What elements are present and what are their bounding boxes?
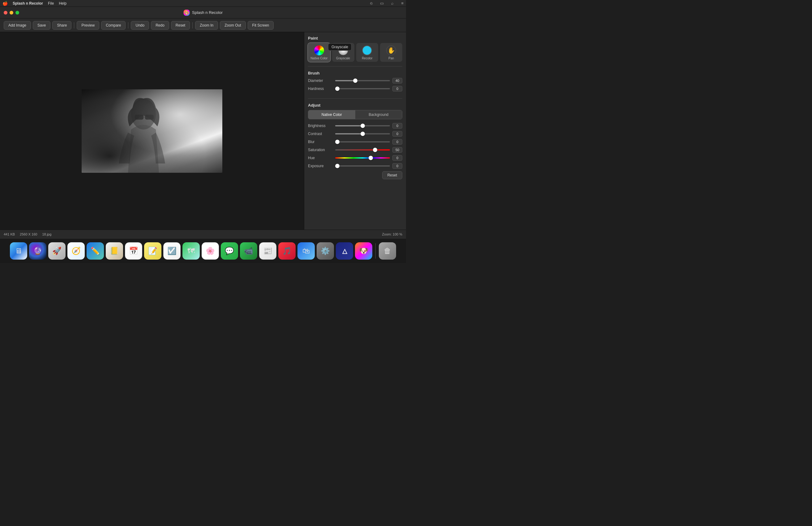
dock-altair[interactable]: △ <box>336 242 353 260</box>
exposure-slider[interactable] <box>335 165 390 167</box>
blur-thumb[interactable] <box>335 140 339 144</box>
titlebar-center: 🎨 Splash n Recolor <box>183 10 223 16</box>
cast-icon[interactable]: ⎋ <box>370 1 373 5</box>
toolbar: Add Image Save Share Preview Compare Und… <box>0 18 406 32</box>
brightness-row: Brightness 0 <box>308 123 402 129</box>
compare-button[interactable]: Compare <box>101 21 126 30</box>
photo-overlay <box>82 89 222 173</box>
menu-app-name[interactable]: Splash n Recolor <box>13 1 43 5</box>
hue-fill <box>335 157 371 159</box>
titlebar: 🎨 Splash n Recolor <box>0 7 406 18</box>
exposure-label: Exposure <box>308 164 333 168</box>
hardness-slider[interactable] <box>335 88 390 89</box>
finder-icon: 🖥 <box>15 246 22 255</box>
dock-photos[interactable]: 🌸 <box>202 242 219 260</box>
toolbar-divider-1 <box>74 22 74 28</box>
blur-slider[interactable] <box>335 141 390 142</box>
undo-button[interactable]: Undo <box>131 21 149 30</box>
window-title: Splash n Recolor <box>192 10 223 15</box>
exposure-thumb[interactable] <box>335 164 339 168</box>
reset-button[interactable]: Reset <box>171 21 190 30</box>
dock-notes[interactable]: 📝 <box>144 242 161 260</box>
adjust-reset-button[interactable]: Reset <box>382 171 402 179</box>
minimize-button[interactable] <box>10 11 13 15</box>
zoom-in-button[interactable]: Zoom In <box>195 21 218 30</box>
close-button[interactable] <box>4 11 8 15</box>
dock-reminders[interactable]: ☑️ <box>163 242 180 260</box>
hue-value: 0 <box>392 155 402 161</box>
contrast-row: Contrast 0 <box>308 131 402 137</box>
dock-messages[interactable]: 💬 <box>221 242 238 260</box>
dock-appstore[interactable]: 🛍 <box>298 242 315 260</box>
pan-tool[interactable]: ✋ Pan <box>380 43 402 62</box>
search-icon[interactable]: ⌕ <box>391 1 394 5</box>
dock-calendar[interactable]: 📅 <box>125 242 142 260</box>
saturation-fill <box>335 149 375 151</box>
add-image-button[interactable]: Add Image <box>4 21 31 30</box>
zoom-out-button[interactable]: Zoom Out <box>220 21 246 30</box>
hardness-thumb[interactable] <box>335 87 339 91</box>
save-button[interactable]: Save <box>33 21 50 30</box>
exposure-row: Exposure 0 <box>308 163 402 169</box>
dock-siri[interactable]: 🔮 <box>29 242 46 260</box>
grayscale-tooltip: Grayscale <box>328 43 351 51</box>
native-color-tool[interactable]: Native Color <box>308 43 330 62</box>
background-tab[interactable]: Background <box>355 110 402 119</box>
fit-screen-button[interactable]: Fit Screen <box>248 21 274 30</box>
svg-rect-1 <box>135 115 144 120</box>
brightness-thumb[interactable] <box>361 124 365 128</box>
dock: 🖥 🔮 🚀 🧭 ✏️ 📒 📅 📝 ☑️ 🗺 🌸 <box>0 238 406 263</box>
photos-icon: 🌸 <box>206 246 215 255</box>
dock-rocketship[interactable]: 🚀 <box>48 242 66 260</box>
paint-section: Paint Native Color Grayscale <box>308 36 402 62</box>
altair-icon: △ <box>342 247 347 255</box>
calendar-icon: 📅 <box>129 246 138 255</box>
menu-file[interactable]: File <box>48 1 54 5</box>
zoom-level: Zoom: 100 % <box>382 232 402 236</box>
adjust-section-title: Adjust <box>308 103 402 107</box>
redo-button[interactable]: Redo <box>151 21 169 30</box>
native-color-tab[interactable]: Native Color <box>308 110 355 119</box>
contacts-icon: 📒 <box>110 246 119 255</box>
preview-button[interactable]: Preview <box>77 21 99 30</box>
app-icon: 🎨 <box>183 10 190 16</box>
brightness-label: Brightness <box>308 124 333 128</box>
dock-maps[interactable]: 🗺 <box>183 242 200 260</box>
menu-help[interactable]: Help <box>59 1 67 5</box>
diameter-slider[interactable] <box>335 80 390 81</box>
paint-tools-grid: Native Color Grayscale Recolor ✋ <box>308 43 402 62</box>
dock-safari[interactable]: 🧭 <box>68 242 85 260</box>
hue-thumb[interactable] <box>368 156 373 160</box>
dock-trash[interactable]: 🗑 <box>379 242 396 260</box>
diameter-fill <box>335 80 355 81</box>
menu-extras-icon[interactable]: ≡ <box>401 1 404 5</box>
safari-icon: 🧭 <box>71 246 81 255</box>
dock-finder[interactable]: 🖥 <box>10 242 27 260</box>
dock-pixelmator[interactable]: ✏️ <box>87 242 104 260</box>
dock-splash[interactable]: 🐶 <box>355 242 372 260</box>
dock-news[interactable]: 📰 <box>259 242 276 260</box>
screen-icon[interactable]: ▭ <box>380 1 384 5</box>
dock-syspreferences[interactable]: ⚙️ <box>317 242 334 260</box>
saturation-thumb[interactable] <box>373 148 377 152</box>
recolor-tool[interactable]: Recolor <box>356 43 378 62</box>
pan-icon: ✋ <box>386 45 396 55</box>
canvas-wrapper[interactable] <box>0 32 304 230</box>
diameter-thumb[interactable] <box>353 78 358 83</box>
exposure-value: 0 <box>392 163 402 169</box>
apple-menu[interactable]: 🍎 <box>2 1 8 6</box>
dock-facetime[interactable]: 📹 <box>240 242 257 260</box>
contrast-fill <box>335 133 363 134</box>
hue-slider[interactable] <box>335 157 390 159</box>
svg-rect-2 <box>145 115 154 120</box>
brightness-slider[interactable] <box>335 125 390 126</box>
dock-music[interactable]: 🎵 <box>278 242 295 260</box>
pixelmator-icon: ✏️ <box>91 246 100 255</box>
contrast-slider[interactable] <box>335 133 390 134</box>
contrast-thumb[interactable] <box>361 132 365 136</box>
fullscreen-button[interactable] <box>15 11 19 15</box>
dock-contacts[interactable]: 📒 <box>106 242 123 260</box>
dock-divider <box>375 243 376 259</box>
saturation-slider[interactable] <box>335 149 390 151</box>
share-button[interactable]: Share <box>52 21 71 30</box>
